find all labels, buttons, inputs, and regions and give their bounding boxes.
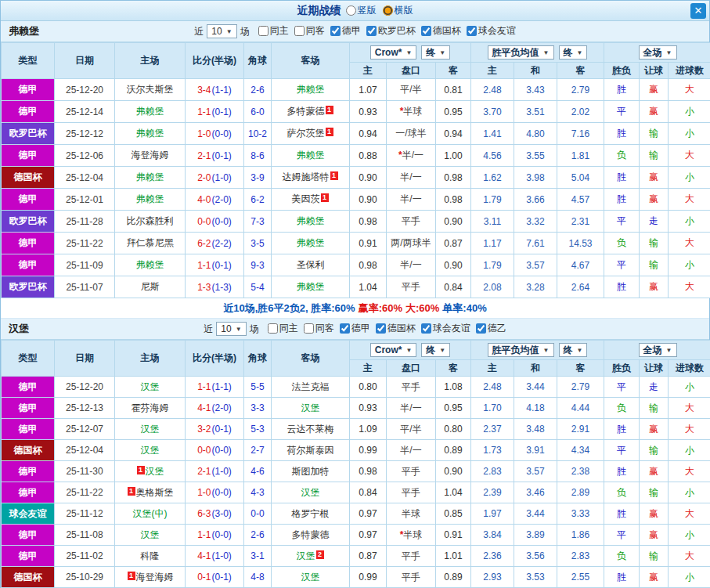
away-team-cell[interactable]: 多特蒙德 xyxy=(272,525,350,546)
checkbox-input[interactable] xyxy=(330,26,341,36)
team-name-link[interactable]: 圣保利 xyxy=(297,259,325,270)
team-name-link[interactable]: 多特蒙德 xyxy=(287,106,325,117)
team-name-link[interactable]: 汉堡 xyxy=(297,550,315,561)
league-type-badge[interactable]: 德甲 xyxy=(2,79,55,101)
home-team-cell[interactable]: 比尔森胜利 xyxy=(115,211,186,233)
away-team-cell[interactable]: 斯图加特 xyxy=(272,461,350,482)
team-name-link[interactable]: 海登海姆 xyxy=(136,572,174,583)
away-team-cell[interactable]: 弗赖堡 xyxy=(272,276,350,298)
away-team-cell[interactable]: 汉堡 xyxy=(272,482,350,503)
league-type-badge[interactable]: 德甲 xyxy=(2,398,55,419)
league-type-badge[interactable]: 德国杯 xyxy=(2,167,55,189)
close-button[interactable]: ✕ xyxy=(690,3,706,19)
team-name-link[interactable]: 汉堡 xyxy=(141,445,160,456)
away-team-cell[interactable]: 云达不莱梅 xyxy=(272,419,350,440)
filter-checkbox[interactable]: 欧罗巴杯 xyxy=(366,24,416,38)
checkbox-input[interactable] xyxy=(421,26,431,36)
league-type-badge[interactable]: 德甲 xyxy=(2,525,55,546)
team-name-link[interactable]: 汉堡 xyxy=(301,572,320,583)
league-type-badge[interactable]: 欧罗巴杯 xyxy=(2,123,55,145)
home-team-cell[interactable]: 汉堡 xyxy=(115,525,186,546)
euro-stage-dropdown[interactable]: 终 ▼ xyxy=(559,45,588,60)
filter-checkbox[interactable]: 球会友谊 xyxy=(421,322,470,335)
away-team-cell[interactable]: 达姆施塔特1 xyxy=(272,167,350,189)
checkbox-input[interactable] xyxy=(421,323,431,334)
team-name-link[interactable]: 科隆 xyxy=(141,550,160,561)
scope-dropdown[interactable]: 全场 ▼ xyxy=(639,45,677,60)
team-name-link[interactable]: 达姆施塔特 xyxy=(283,171,330,182)
league-type-badge[interactable]: 德甲 xyxy=(2,546,55,567)
team-name-link[interactable]: 比尔森胜利 xyxy=(127,215,174,226)
league-type-badge[interactable]: 德甲 xyxy=(2,254,55,276)
league-type-badge[interactable]: 德甲 xyxy=(2,189,55,211)
odds-stage-dropdown[interactable]: 终 ▼ xyxy=(421,343,450,357)
home-team-cell[interactable]: 1奥格斯堡 xyxy=(115,482,186,503)
checkbox-input[interactable] xyxy=(476,323,486,334)
team-name-link[interactable]: 沃尔夫斯堡 xyxy=(127,84,174,95)
league-type-badge[interactable]: 德国杯 xyxy=(2,440,55,461)
team-name-link[interactable]: 弗赖堡 xyxy=(136,259,164,270)
team-name-link[interactable]: 汉堡(中) xyxy=(133,508,168,519)
checkbox-input[interactable] xyxy=(258,26,269,36)
home-team-cell[interactable]: 汉堡 xyxy=(115,440,186,461)
checkbox-input[interactable] xyxy=(467,26,477,36)
home-team-cell[interactable]: 弗赖堡 xyxy=(115,123,186,145)
league-type-badge[interactable]: 德甲 xyxy=(2,145,55,167)
team-name-link[interactable]: 尼斯 xyxy=(141,281,160,292)
away-team-cell[interactable]: 弗赖堡 xyxy=(272,79,350,101)
scope-dropdown[interactable]: 全场 ▼ xyxy=(639,343,677,357)
home-team-cell[interactable]: 1汉堡 xyxy=(115,461,186,482)
league-type-badge[interactable]: 德甲 xyxy=(2,233,55,254)
radio-input[interactable] xyxy=(383,5,393,16)
team-name-link[interactable]: 汉堡 xyxy=(301,402,320,413)
home-team-cell[interactable]: 弗赖堡 xyxy=(115,254,186,276)
team-name-link[interactable]: 汉堡 xyxy=(301,487,320,498)
home-team-cell[interactable]: 弗赖堡 xyxy=(115,101,186,123)
away-team-cell[interactable]: 萨尔茨堡1 xyxy=(272,123,350,145)
euro-stage-dropdown[interactable]: 终 ▼ xyxy=(559,343,588,357)
away-team-cell[interactable]: 法兰克福 xyxy=(272,377,350,398)
team-name-link[interactable]: 弗赖堡 xyxy=(297,84,325,95)
home-team-cell[interactable]: 汉堡 xyxy=(115,377,186,398)
home-team-cell[interactable]: 1海登海姆 xyxy=(115,567,186,588)
away-team-cell[interactable]: 格罗宁根 xyxy=(272,503,350,525)
team-name-link[interactable]: 霍芬海姆 xyxy=(132,402,169,413)
euro-avg-dropdown[interactable]: 胜平负均值 ▼ xyxy=(488,45,554,60)
away-team-cell[interactable]: 美因茨1 xyxy=(272,189,350,211)
team-name-link[interactable]: 云达不莱梅 xyxy=(287,424,334,435)
filter-checkbox[interactable]: 同主 xyxy=(258,24,289,38)
away-team-cell[interactable]: 汉堡2 xyxy=(272,546,350,567)
team-name-link[interactable]: 汉堡 xyxy=(146,466,164,477)
league-type-badge[interactable]: 欧罗巴杯 xyxy=(2,276,55,298)
team-name-link[interactable]: 萨尔茨堡 xyxy=(287,128,325,139)
team-name-link[interactable]: 弗赖堡 xyxy=(297,215,325,226)
team-name-link[interactable]: 奥格斯堡 xyxy=(136,487,174,498)
team-name-link[interactable]: 格罗宁根 xyxy=(292,508,330,519)
filter-checkbox[interactable]: 德乙 xyxy=(476,322,506,335)
filter-checkbox[interactable]: 德国杯 xyxy=(376,322,416,335)
team-name-link[interactable]: 多特蒙德 xyxy=(292,529,330,540)
away-team-cell[interactable]: 多特蒙德1 xyxy=(272,101,350,123)
layout-radio-option[interactable]: 竖版 xyxy=(346,4,377,17)
filter-checkbox[interactable]: 同客 xyxy=(294,24,325,38)
filter-checkbox[interactable]: 球会友谊 xyxy=(467,24,516,38)
team-name-link[interactable]: 汉堡 xyxy=(141,529,160,540)
league-type-badge[interactable]: 德甲 xyxy=(2,101,55,123)
team-name-link[interactable]: 弗赖堡 xyxy=(136,128,164,139)
filter-checkbox[interactable]: 同主 xyxy=(268,322,298,335)
team-name-link[interactable]: 法兰克福 xyxy=(292,381,330,392)
away-team-cell[interactable]: 圣保利 xyxy=(272,254,350,276)
team-name-link[interactable]: 弗赖堡 xyxy=(136,171,164,182)
recent-count-dropdown[interactable]: 10 ▼ xyxy=(207,24,236,38)
filter-checkbox[interactable]: 同客 xyxy=(304,322,334,335)
euro-avg-dropdown[interactable]: 胜平负均值 ▼ xyxy=(488,343,554,357)
league-type-badge[interactable]: 德甲 xyxy=(2,482,55,503)
home-team-cell[interactable]: 汉堡(中) xyxy=(115,503,186,525)
checkbox-input[interactable] xyxy=(268,323,278,334)
league-type-badge[interactable]: 球会友谊 xyxy=(2,503,55,525)
recent-count-dropdown[interactable]: 10 ▼ xyxy=(216,322,246,336)
team-name-link[interactable]: 拜仁慕尼黑 xyxy=(127,237,174,248)
odds-company-dropdown[interactable]: Crow* ▼ xyxy=(370,343,417,357)
checkbox-input[interactable] xyxy=(340,323,350,334)
team-name-link[interactable]: 弗赖堡 xyxy=(136,193,164,204)
